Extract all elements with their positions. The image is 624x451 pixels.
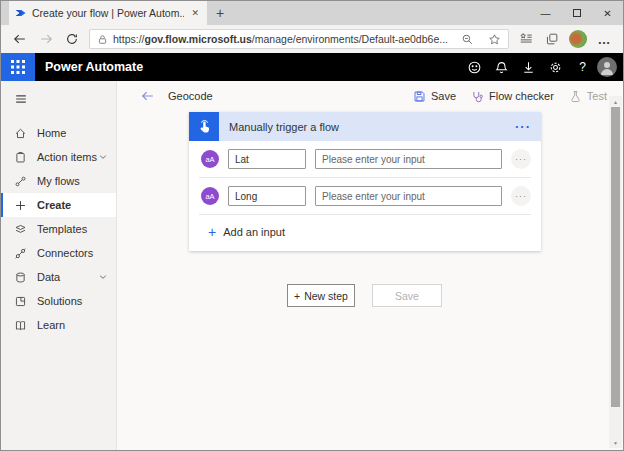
connectors-icon — [14, 247, 27, 260]
flow-checker-button[interactable]: Flow checker — [471, 90, 554, 103]
sidebar-nav: Home Action items My flows Create — [1, 81, 117, 450]
sidebar-item-label: Templates — [37, 223, 87, 235]
favorites-bar-icon[interactable] — [513, 32, 539, 46]
input-value-field[interactable] — [315, 186, 502, 206]
new-tab-button[interactable]: + — [207, 1, 233, 25]
sidebar-item-label: My flows — [37, 175, 80, 187]
sidebar-item-label: Learn — [37, 319, 65, 331]
settings-gear-button[interactable] — [542, 53, 569, 81]
minimize-button[interactable]: — — [530, 1, 561, 25]
add-input-label: Add an input — [223, 226, 285, 238]
add-an-input-button[interactable]: + Add an input — [189, 215, 541, 251]
trigger-input-row: aA ··· — [189, 141, 541, 177]
back-to-flows-button[interactable] — [141, 89, 155, 103]
solutions-icon — [14, 295, 27, 308]
flow-checker-label: Flow checker — [489, 90, 554, 102]
scroll-up-arrow-icon[interactable]: ▲ — [609, 96, 622, 107]
sidebar-item-data[interactable]: Data — [1, 265, 116, 289]
save-floppy-icon — [413, 90, 426, 103]
learn-icon — [14, 319, 27, 332]
flow-name: Geocode — [168, 90, 213, 102]
account-avatar-icon — [597, 57, 617, 77]
sidebar-item-templates[interactable]: Templates — [1, 217, 116, 241]
sidebar-collapse-button[interactable] — [1, 87, 116, 111]
feedback-smiley-button[interactable] — [461, 53, 488, 81]
flow-checker-stethoscope-icon — [471, 90, 484, 103]
browser-window: Create your flow | Power Autom... ✕ + — … — [0, 0, 624, 451]
tab-title: Create your flow | Power Autom... — [32, 7, 184, 19]
trigger-input-row: aA ··· — [189, 178, 541, 214]
zoom-out-icon[interactable] — [461, 33, 474, 46]
browser-profile-avatar[interactable] — [565, 30, 591, 48]
scrollbar-thumb[interactable] — [611, 107, 620, 407]
sidebar-item-label: Create — [37, 199, 71, 211]
sidebar-item-solutions[interactable]: Solutions — [1, 289, 116, 313]
save-flow-button-disabled[interactable]: Save — [372, 284, 442, 307]
sidebar-item-action-items[interactable]: Action items — [1, 145, 116, 169]
action-items-icon — [14, 151, 27, 164]
trigger-title: Manually trigger a flow — [229, 121, 339, 133]
test-button[interactable]: Test — [569, 90, 607, 103]
data-icon — [14, 271, 27, 284]
templates-icon — [14, 223, 27, 236]
favorite-star-icon[interactable] — [488, 33, 501, 46]
window-close-button[interactable]: ✕ — [592, 1, 623, 25]
sidebar-item-label: Home — [37, 127, 66, 139]
refresh-button[interactable] — [59, 32, 85, 46]
footer-actions: + New step Save — [287, 284, 442, 307]
vertical-scrollbar[interactable]: ▲ ▼ — [609, 96, 622, 448]
toolbar-save-label: Save — [431, 90, 456, 102]
new-step-button[interactable]: + New step — [287, 284, 355, 307]
browser-settings-more-button[interactable]: … — [591, 32, 617, 47]
url-text: https://gov.flow.microsoft.us/manage/env… — [113, 33, 448, 45]
chevron-down-icon — [98, 272, 108, 282]
help-button[interactable]: ? — [569, 53, 596, 81]
sidebar-item-label: Data — [37, 271, 60, 283]
input-row-menu-button[interactable]: ··· — [511, 186, 531, 206]
sidebar-item-learn[interactable]: Learn — [1, 313, 116, 337]
toolbar-save-button[interactable]: Save — [413, 90, 456, 103]
tab-close-icon[interactable]: ✕ — [189, 8, 201, 18]
browser-navbar: https://gov.flow.microsoft.us/manage/env… — [1, 25, 623, 53]
test-beaker-icon — [569, 90, 582, 103]
sidebar-item-connectors[interactable]: Connectors — [1, 241, 116, 265]
app-launcher-waffle-button[interactable] — [1, 53, 35, 81]
test-label: Test — [587, 90, 607, 102]
forward-button[interactable] — [33, 32, 59, 46]
back-button[interactable] — [7, 32, 33, 46]
create-icon — [14, 199, 27, 212]
input-row-menu-button[interactable]: ··· — [511, 149, 531, 169]
home-icon — [14, 127, 27, 140]
flow-designer-main: Geocode Save Flow checker Test — [117, 81, 623, 450]
maximize-button[interactable] — [561, 1, 592, 25]
manual-trigger-icon — [189, 112, 219, 141]
power-automate-favicon-icon — [15, 7, 27, 19]
app-title: Power Automate — [45, 60, 143, 74]
text-type-badge-icon: aA — [201, 150, 219, 168]
trigger-card-header[interactable]: Manually trigger a flow ··· — [189, 112, 541, 141]
notifications-bell-button[interactable] — [488, 53, 515, 81]
input-name-field[interactable] — [228, 149, 306, 169]
app-header: Power Automate ? — [1, 53, 623, 81]
account-avatar-button[interactable] — [596, 53, 623, 81]
maximize-icon — [573, 9, 581, 17]
browser-tab[interactable]: Create your flow | Power Autom... ✕ — [9, 1, 207, 25]
sidebar-item-label: Solutions — [37, 295, 82, 307]
sidebar-item-create[interactable]: Create — [1, 193, 116, 217]
input-value-field[interactable] — [315, 149, 502, 169]
text-type-badge-icon: aA — [201, 187, 219, 205]
trigger-card: Manually trigger a flow ··· aA ··· aA ··… — [189, 112, 541, 251]
sidebar-item-label: Action items — [37, 151, 97, 163]
download-button[interactable] — [515, 53, 542, 81]
address-bar[interactable]: https://gov.flow.microsoft.us/manage/env… — [89, 29, 509, 49]
input-name-field[interactable] — [228, 186, 306, 206]
flow-toolbar: Geocode Save Flow checker Test — [117, 85, 607, 107]
collections-icon[interactable] — [539, 32, 565, 46]
plus-icon: + — [208, 227, 216, 237]
scroll-down-arrow-icon[interactable]: ▼ — [609, 437, 622, 448]
sidebar-item-my-flows[interactable]: My flows — [1, 169, 116, 193]
window-controls: — ✕ — [530, 1, 623, 25]
sidebar-item-home[interactable]: Home — [1, 121, 116, 145]
trigger-menu-button[interactable]: ··· — [515, 122, 531, 132]
chevron-down-icon — [98, 152, 108, 162]
